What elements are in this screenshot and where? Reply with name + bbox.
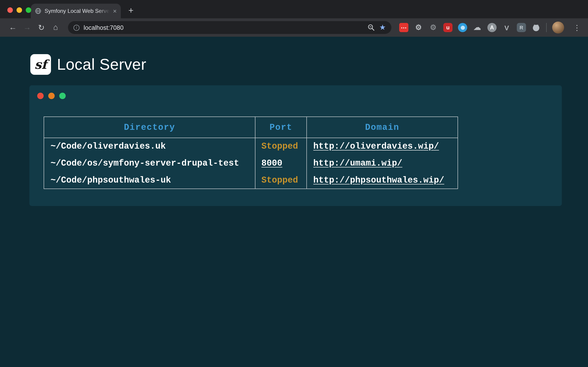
servers-table-wrap: Directory Port Domain ~/Code/oliverdavie… xyxy=(44,117,562,189)
extension-dark-gear-icon[interactable]: ⚙ xyxy=(429,23,438,32)
back-button[interactable]: ← xyxy=(6,21,19,34)
panel-orange-dot xyxy=(48,93,55,99)
server-panel: Directory Port Domain ~/Code/oliverdavie… xyxy=(29,85,562,206)
tab-title: Symfony Local Web Server: Prox xyxy=(44,8,110,14)
domain-link[interactable]: http://umami.wip/ xyxy=(313,158,402,168)
profile-avatar[interactable] xyxy=(552,22,564,33)
reload-button[interactable]: ↻ xyxy=(35,21,48,34)
port-link[interactable]: 8000 xyxy=(261,158,282,168)
extension-blue-circle-icon[interactable] xyxy=(458,23,467,32)
servers-table: Directory Port Domain ~/Code/oliverdavie… xyxy=(44,117,458,189)
extension-ublock-icon[interactable]: u xyxy=(443,23,452,32)
table-row: ~/Code/phpsouthwales-uk Stopped http://p… xyxy=(44,172,458,189)
extension-cloud-icon[interactable]: ☁ xyxy=(473,23,482,32)
toolbar-separator xyxy=(546,23,547,32)
macos-traffic-lights xyxy=(7,7,31,13)
extension-slate-icon[interactable]: R xyxy=(517,23,526,32)
status-badge: Stopped xyxy=(261,175,298,185)
forward-button[interactable]: → xyxy=(21,21,34,34)
table-row: ~/Code/os/symfony-server-drupal-test 800… xyxy=(44,155,458,172)
browser-menu-icon[interactable]: ⋮ xyxy=(570,23,582,32)
domain-link[interactable]: http://phpsouthwales.wip/ xyxy=(313,175,444,185)
new-tab-button[interactable]: + xyxy=(124,4,137,17)
page-title: Local Server xyxy=(57,56,146,73)
address-bar[interactable]: i localhost:7080 ★ xyxy=(68,21,391,34)
directory-cell: ~/Code/oliverdavies.uk xyxy=(44,138,255,155)
window-minimize-button[interactable] xyxy=(17,7,22,13)
extension-letter-v-icon[interactable]: V xyxy=(502,23,511,32)
brand-header: sf Local Server xyxy=(30,54,588,75)
extension-red-dots-icon[interactable]: ⋯ xyxy=(399,23,408,32)
browser-toolbar: ← → ↻ ⌂ i localhost:7080 ★ ⋯ ⚙ ⚙ u xyxy=(0,18,588,37)
window-close-button[interactable] xyxy=(7,7,13,13)
table-header-row: Directory Port Domain xyxy=(44,117,458,138)
page-content: sf Local Server Directory Port xyxy=(0,37,588,367)
table-row: ~/Code/oliverdavies.uk Stopped http://ol… xyxy=(44,138,458,155)
panel-red-dot xyxy=(37,93,44,99)
directory-cell: ~/Code/phpsouthwales-uk xyxy=(44,172,255,189)
home-button[interactable]: ⌂ xyxy=(49,21,62,34)
bookmark-star-icon[interactable]: ★ xyxy=(379,24,386,31)
tab-strip: Symfony Local Web Server: Prox × + xyxy=(0,0,588,18)
browser-tab[interactable]: Symfony Local Web Server: Prox × xyxy=(31,4,121,18)
extension-letter-a-icon[interactable]: A xyxy=(487,23,497,32)
directory-column-header: Directory xyxy=(44,117,255,138)
panel-green-dot xyxy=(59,93,66,99)
panel-traffic-dots xyxy=(37,93,562,99)
tab-close-icon[interactable]: × xyxy=(113,8,117,14)
url-text[interactable]: localhost:7080 xyxy=(84,24,363,31)
status-badge: Stopped xyxy=(261,142,298,152)
directory-cell: ~/Code/os/symfony-server-drupal-test xyxy=(44,155,255,172)
symfony-logo: sf xyxy=(30,54,51,75)
domain-link[interactable]: http://oliverdavies.wip/ xyxy=(313,142,439,152)
domain-column-header: Domain xyxy=(307,117,458,138)
extension-gear-icon[interactable]: ⚙ xyxy=(414,23,423,32)
zoom-icon[interactable] xyxy=(367,24,375,31)
window-fullscreen-button[interactable] xyxy=(26,7,31,13)
omnibox-actions: ★ xyxy=(367,24,386,31)
port-column-header: Port xyxy=(255,117,307,138)
extension-github-octocat-icon[interactable] xyxy=(531,23,541,32)
extensions-area: ⋯ ⚙ ⚙ u ☁ A V R ⋮ xyxy=(397,22,582,33)
browser-window: Symfony Local Web Server: Prox × + ← → ↻… xyxy=(0,0,588,367)
site-info-icon[interactable]: i xyxy=(73,25,79,31)
globe-favicon-icon xyxy=(35,8,41,14)
